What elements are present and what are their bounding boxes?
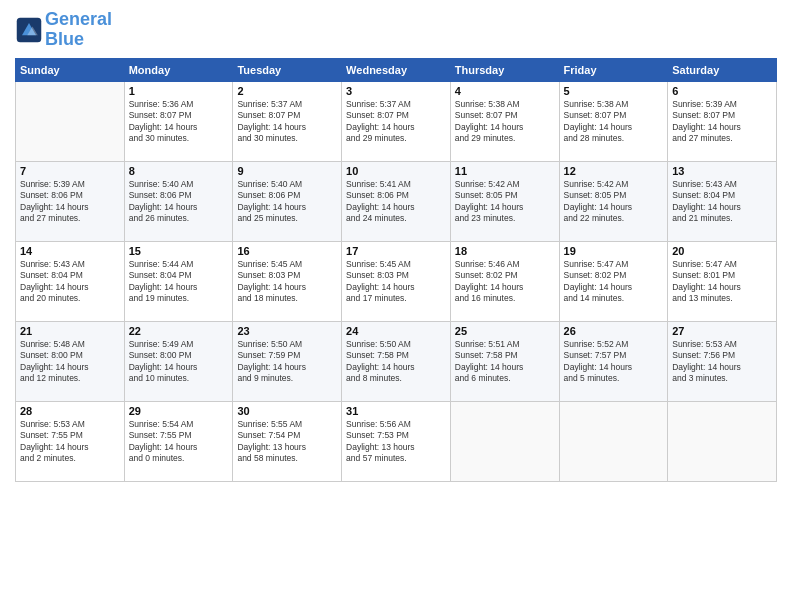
day-info: Sunrise: 5:44 AM Sunset: 8:04 PM Dayligh…	[129, 259, 229, 305]
day-number: 11	[455, 165, 555, 177]
day-info: Sunrise: 5:43 AM Sunset: 8:04 PM Dayligh…	[20, 259, 120, 305]
column-header-monday: Monday	[124, 58, 233, 81]
day-number: 12	[564, 165, 664, 177]
day-info: Sunrise: 5:47 AM Sunset: 8:01 PM Dayligh…	[672, 259, 772, 305]
day-info: Sunrise: 5:48 AM Sunset: 8:00 PM Dayligh…	[20, 339, 120, 385]
day-info: Sunrise: 5:42 AM Sunset: 8:05 PM Dayligh…	[455, 179, 555, 225]
day-number: 20	[672, 245, 772, 257]
calendar-cell: 10Sunrise: 5:41 AM Sunset: 8:06 PM Dayli…	[342, 161, 451, 241]
column-header-wednesday: Wednesday	[342, 58, 451, 81]
day-number: 21	[20, 325, 120, 337]
page-header: GeneralBlue	[15, 10, 777, 50]
calendar-cell: 23Sunrise: 5:50 AM Sunset: 7:59 PM Dayli…	[233, 321, 342, 401]
day-number: 26	[564, 325, 664, 337]
calendar-cell: 11Sunrise: 5:42 AM Sunset: 8:05 PM Dayli…	[450, 161, 559, 241]
day-info: Sunrise: 5:53 AM Sunset: 7:55 PM Dayligh…	[20, 419, 120, 465]
day-info: Sunrise: 5:56 AM Sunset: 7:53 PM Dayligh…	[346, 419, 446, 465]
day-info: Sunrise: 5:47 AM Sunset: 8:02 PM Dayligh…	[564, 259, 664, 305]
day-number: 8	[129, 165, 229, 177]
calendar-cell: 15Sunrise: 5:44 AM Sunset: 8:04 PM Dayli…	[124, 241, 233, 321]
day-number: 13	[672, 165, 772, 177]
day-number: 17	[346, 245, 446, 257]
day-info: Sunrise: 5:40 AM Sunset: 8:06 PM Dayligh…	[129, 179, 229, 225]
day-info: Sunrise: 5:45 AM Sunset: 8:03 PM Dayligh…	[346, 259, 446, 305]
day-info: Sunrise: 5:37 AM Sunset: 8:07 PM Dayligh…	[346, 99, 446, 145]
day-number: 15	[129, 245, 229, 257]
column-header-saturday: Saturday	[668, 58, 777, 81]
column-header-tuesday: Tuesday	[233, 58, 342, 81]
calendar-cell: 16Sunrise: 5:45 AM Sunset: 8:03 PM Dayli…	[233, 241, 342, 321]
calendar-week-1: 1Sunrise: 5:36 AM Sunset: 8:07 PM Daylig…	[16, 81, 777, 161]
calendar-cell: 3Sunrise: 5:37 AM Sunset: 8:07 PM Daylig…	[342, 81, 451, 161]
day-info: Sunrise: 5:36 AM Sunset: 8:07 PM Dayligh…	[129, 99, 229, 145]
calendar-cell: 13Sunrise: 5:43 AM Sunset: 8:04 PM Dayli…	[668, 161, 777, 241]
calendar-cell	[450, 401, 559, 481]
calendar-cell: 6Sunrise: 5:39 AM Sunset: 8:07 PM Daylig…	[668, 81, 777, 161]
calendar-cell: 31Sunrise: 5:56 AM Sunset: 7:53 PM Dayli…	[342, 401, 451, 481]
logo-icon	[15, 16, 43, 44]
calendar-cell: 20Sunrise: 5:47 AM Sunset: 8:01 PM Dayli…	[668, 241, 777, 321]
day-number: 9	[237, 165, 337, 177]
calendar-cell: 22Sunrise: 5:49 AM Sunset: 8:00 PM Dayli…	[124, 321, 233, 401]
calendar-week-4: 21Sunrise: 5:48 AM Sunset: 8:00 PM Dayli…	[16, 321, 777, 401]
day-info: Sunrise: 5:45 AM Sunset: 8:03 PM Dayligh…	[237, 259, 337, 305]
day-number: 25	[455, 325, 555, 337]
calendar-cell: 14Sunrise: 5:43 AM Sunset: 8:04 PM Dayli…	[16, 241, 125, 321]
day-number: 27	[672, 325, 772, 337]
calendar-cell: 30Sunrise: 5:55 AM Sunset: 7:54 PM Dayli…	[233, 401, 342, 481]
calendar-cell: 1Sunrise: 5:36 AM Sunset: 8:07 PM Daylig…	[124, 81, 233, 161]
calendar-cell: 24Sunrise: 5:50 AM Sunset: 7:58 PM Dayli…	[342, 321, 451, 401]
day-info: Sunrise: 5:39 AM Sunset: 8:06 PM Dayligh…	[20, 179, 120, 225]
day-number: 19	[564, 245, 664, 257]
calendar-table: SundayMondayTuesdayWednesdayThursdayFrid…	[15, 58, 777, 482]
day-info: Sunrise: 5:46 AM Sunset: 8:02 PM Dayligh…	[455, 259, 555, 305]
day-info: Sunrise: 5:43 AM Sunset: 8:04 PM Dayligh…	[672, 179, 772, 225]
day-info: Sunrise: 5:55 AM Sunset: 7:54 PM Dayligh…	[237, 419, 337, 465]
calendar-cell: 8Sunrise: 5:40 AM Sunset: 8:06 PM Daylig…	[124, 161, 233, 241]
calendar-cell: 5Sunrise: 5:38 AM Sunset: 8:07 PM Daylig…	[559, 81, 668, 161]
column-header-sunday: Sunday	[16, 58, 125, 81]
calendar-cell: 2Sunrise: 5:37 AM Sunset: 8:07 PM Daylig…	[233, 81, 342, 161]
day-number: 2	[237, 85, 337, 97]
column-header-thursday: Thursday	[450, 58, 559, 81]
calendar-cell: 17Sunrise: 5:45 AM Sunset: 8:03 PM Dayli…	[342, 241, 451, 321]
day-number: 28	[20, 405, 120, 417]
day-number: 30	[237, 405, 337, 417]
calendar-week-3: 14Sunrise: 5:43 AM Sunset: 8:04 PM Dayli…	[16, 241, 777, 321]
day-number: 16	[237, 245, 337, 257]
calendar-week-5: 28Sunrise: 5:53 AM Sunset: 7:55 PM Dayli…	[16, 401, 777, 481]
day-number: 10	[346, 165, 446, 177]
day-number: 7	[20, 165, 120, 177]
day-number: 4	[455, 85, 555, 97]
calendar-cell	[559, 401, 668, 481]
calendar-cell: 21Sunrise: 5:48 AM Sunset: 8:00 PM Dayli…	[16, 321, 125, 401]
day-number: 14	[20, 245, 120, 257]
day-info: Sunrise: 5:38 AM Sunset: 8:07 PM Dayligh…	[455, 99, 555, 145]
day-info: Sunrise: 5:53 AM Sunset: 7:56 PM Dayligh…	[672, 339, 772, 385]
calendar-cell: 19Sunrise: 5:47 AM Sunset: 8:02 PM Dayli…	[559, 241, 668, 321]
calendar-cell: 25Sunrise: 5:51 AM Sunset: 7:58 PM Dayli…	[450, 321, 559, 401]
logo: GeneralBlue	[15, 10, 112, 50]
day-info: Sunrise: 5:40 AM Sunset: 8:06 PM Dayligh…	[237, 179, 337, 225]
calendar-cell	[668, 401, 777, 481]
day-info: Sunrise: 5:37 AM Sunset: 8:07 PM Dayligh…	[237, 99, 337, 145]
day-info: Sunrise: 5:50 AM Sunset: 7:59 PM Dayligh…	[237, 339, 337, 385]
calendar-week-2: 7Sunrise: 5:39 AM Sunset: 8:06 PM Daylig…	[16, 161, 777, 241]
day-number: 31	[346, 405, 446, 417]
day-info: Sunrise: 5:49 AM Sunset: 8:00 PM Dayligh…	[129, 339, 229, 385]
day-number: 23	[237, 325, 337, 337]
day-number: 24	[346, 325, 446, 337]
calendar-cell: 7Sunrise: 5:39 AM Sunset: 8:06 PM Daylig…	[16, 161, 125, 241]
calendar-cell: 27Sunrise: 5:53 AM Sunset: 7:56 PM Dayli…	[668, 321, 777, 401]
day-info: Sunrise: 5:50 AM Sunset: 7:58 PM Dayligh…	[346, 339, 446, 385]
calendar-cell: 28Sunrise: 5:53 AM Sunset: 7:55 PM Dayli…	[16, 401, 125, 481]
calendar-header-row: SundayMondayTuesdayWednesdayThursdayFrid…	[16, 58, 777, 81]
day-info: Sunrise: 5:54 AM Sunset: 7:55 PM Dayligh…	[129, 419, 229, 465]
day-info: Sunrise: 5:39 AM Sunset: 8:07 PM Dayligh…	[672, 99, 772, 145]
day-info: Sunrise: 5:51 AM Sunset: 7:58 PM Dayligh…	[455, 339, 555, 385]
day-number: 18	[455, 245, 555, 257]
calendar-cell: 12Sunrise: 5:42 AM Sunset: 8:05 PM Dayli…	[559, 161, 668, 241]
day-number: 29	[129, 405, 229, 417]
day-number: 6	[672, 85, 772, 97]
calendar-cell: 9Sunrise: 5:40 AM Sunset: 8:06 PM Daylig…	[233, 161, 342, 241]
